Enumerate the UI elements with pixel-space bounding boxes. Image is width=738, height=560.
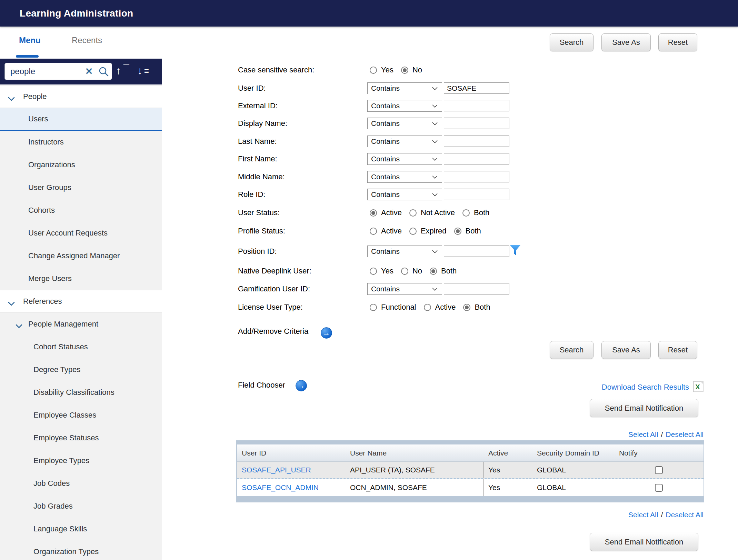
tree-item-cohort-statuses[interactable]: Cohort Statuses xyxy=(0,336,162,358)
tree-item-change-assigned-manager[interactable]: Change Assigned Manager xyxy=(0,244,162,267)
notify-checkbox[interactable] xyxy=(655,484,663,492)
operator-select-user-id[interactable]: Contains xyxy=(367,82,442,94)
operator-select-position-id[interactable]: Contains xyxy=(367,246,442,257)
first-name-input[interactable] xyxy=(444,153,509,164)
radio-icon[interactable] xyxy=(430,268,437,275)
tree-item-language-skills[interactable]: Language Skills xyxy=(0,518,162,540)
sort-descending-icon[interactable]: ↓ ≡ xyxy=(135,63,150,79)
radio-icon[interactable] xyxy=(454,228,461,235)
add-remove-criteria-icon[interactable]: → xyxy=(321,327,332,339)
tree-group-people-management[interactable]: People Management xyxy=(0,313,162,336)
display-name-input[interactable] xyxy=(444,118,509,129)
search-button[interactable]: Search xyxy=(550,341,594,359)
tree-item-employee-statuses[interactable]: Employee Statuses xyxy=(0,427,162,449)
tree-group-people[interactable]: People xyxy=(0,85,162,108)
operator-select-middle-name[interactable]: Contains xyxy=(367,171,442,183)
radio-option-no[interactable]: No xyxy=(401,66,422,74)
tree-item-disability-classifications[interactable]: Disability Classifications xyxy=(0,381,162,404)
operator-select-external-id[interactable]: Contains xyxy=(367,100,442,112)
tree-group-references[interactable]: References xyxy=(0,290,162,313)
radio-icon[interactable] xyxy=(409,209,417,217)
filter-funnel-icon[interactable] xyxy=(510,245,521,258)
radio-option-active[interactable]: Active xyxy=(370,208,402,217)
operator-select-gamification[interactable]: Contains xyxy=(367,283,442,295)
last-name-input[interactable] xyxy=(444,136,509,147)
tree-item-users[interactable]: Users xyxy=(0,108,162,131)
radio-option-both[interactable]: Both xyxy=(454,227,481,236)
sort-ascending-icon[interactable]: ↑ ¯ xyxy=(114,63,129,79)
radio-option-no[interactable]: No xyxy=(401,267,422,276)
radio-option-functional[interactable]: Functional xyxy=(370,303,416,312)
tree-item-user-groups[interactable]: User Groups xyxy=(0,176,162,199)
download-search-results-link[interactable]: Download Search Results xyxy=(602,383,689,392)
external-id-input[interactable] xyxy=(444,100,509,111)
chevron-down-icon[interactable] xyxy=(8,94,15,103)
radio-option-active[interactable]: Active xyxy=(370,227,402,236)
radio-option-not-active[interactable]: Not Active xyxy=(409,208,455,217)
select-all-link[interactable]: Select All xyxy=(628,430,658,439)
chevron-down-icon[interactable] xyxy=(8,299,15,308)
radio-option-both[interactable]: Both xyxy=(462,208,489,217)
clear-search-icon[interactable]: ✕ xyxy=(83,66,94,77)
position-id-input[interactable] xyxy=(444,246,509,257)
search-icon[interactable] xyxy=(99,67,109,77)
notify-checkbox[interactable] xyxy=(655,466,663,474)
radio-option-both[interactable]: Both xyxy=(430,267,457,276)
tab-recents[interactable]: Recents xyxy=(72,36,102,45)
radio-option-yes[interactable]: Yes xyxy=(370,267,393,276)
field-chooser-icon[interactable]: → xyxy=(296,380,307,391)
operator-select-last-name[interactable]: Contains xyxy=(367,136,442,147)
user-id-link[interactable]: SOSAFE_API_USER xyxy=(242,466,311,474)
reset-button[interactable]: Reset xyxy=(658,33,697,51)
sidebar-search-input[interactable] xyxy=(6,64,79,79)
send-email-notification-button[interactable]: Send Email Notification xyxy=(590,533,698,551)
operator-select-first-name[interactable]: Contains xyxy=(367,153,442,165)
radio-icon[interactable] xyxy=(463,304,470,311)
link-separator: / xyxy=(661,430,663,439)
radio-icon[interactable] xyxy=(462,209,470,217)
radio-icon[interactable] xyxy=(370,228,377,235)
field-label-user-id: User ID: xyxy=(238,82,266,94)
operator-select-display-name[interactable]: Contains xyxy=(367,118,442,129)
gamification-user-id-input[interactable] xyxy=(444,283,509,294)
user-id-input[interactable] xyxy=(444,82,509,94)
tree-item-job-codes[interactable]: Job Codes xyxy=(0,472,162,495)
select-all-link[interactable]: Select All xyxy=(628,511,658,519)
tree-item-organization-types[interactable]: Organization Types xyxy=(0,540,162,560)
radio-icon[interactable] xyxy=(370,209,377,217)
save-as-button[interactable]: Save As xyxy=(601,341,651,359)
tree-item-degree-types[interactable]: Degree Types xyxy=(0,358,162,381)
tree-item-job-grades[interactable]: Job Grades xyxy=(0,495,162,518)
operator-select-role-id[interactable]: Contains xyxy=(367,189,442,200)
tree-item-employee-classes[interactable]: Employee Classes xyxy=(0,404,162,427)
chevron-down-icon[interactable] xyxy=(15,322,23,331)
radio-icon[interactable] xyxy=(370,67,377,74)
radio-option-expired[interactable]: Expired xyxy=(409,227,447,236)
radio-icon[interactable] xyxy=(401,268,408,275)
deselect-all-link[interactable]: Deselect All xyxy=(666,430,704,439)
user-id-link[interactable]: SOSAFE_OCN_ADMIN xyxy=(242,483,319,492)
radio-icon[interactable] xyxy=(370,268,377,275)
reset-button[interactable]: Reset xyxy=(658,341,697,359)
radio-option-active[interactable]: Active xyxy=(424,303,456,312)
radio-icon[interactable] xyxy=(424,304,431,311)
excel-icon[interactable]: X xyxy=(693,381,704,393)
radio-option-yes[interactable]: Yes xyxy=(370,66,393,74)
radio-option-both[interactable]: Both xyxy=(463,303,490,312)
tree-item-employee-types[interactable]: Employee Types xyxy=(0,449,162,472)
tree-item-instructors[interactable]: Instructors xyxy=(0,131,162,153)
send-email-notification-button[interactable]: Send Email Notification xyxy=(590,399,698,417)
middle-name-input[interactable] xyxy=(444,171,509,182)
deselect-all-link[interactable]: Deselect All xyxy=(666,511,704,519)
role-id-input[interactable] xyxy=(444,189,509,200)
radio-icon[interactable] xyxy=(370,304,377,311)
radio-icon[interactable] xyxy=(409,228,417,235)
search-button[interactable]: Search xyxy=(550,33,594,51)
save-as-button[interactable]: Save As xyxy=(601,33,651,51)
tree-item-user-account-requests[interactable]: User Account Requests xyxy=(0,222,162,244)
tree-item-organizations[interactable]: Organizations xyxy=(0,153,162,176)
tree-item-cohorts[interactable]: Cohorts xyxy=(0,199,162,222)
radio-icon[interactable] xyxy=(401,67,408,74)
tree-item-merge-users[interactable]: Merge Users xyxy=(0,267,162,290)
tab-menu[interactable]: Menu xyxy=(19,36,41,45)
